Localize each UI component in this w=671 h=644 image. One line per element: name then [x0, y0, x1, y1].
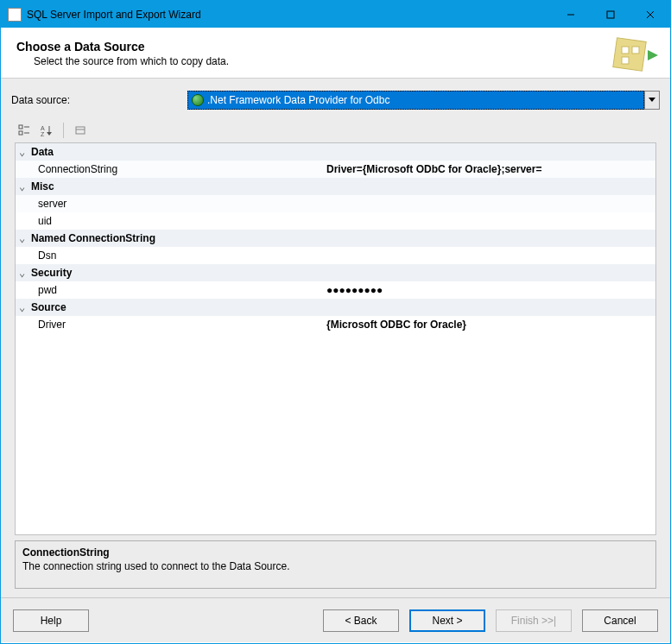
property-row[interactable]: server	[16, 195, 655, 212]
expander-icon[interactable]: ⌄	[19, 301, 31, 313]
titlebar: SQL Server Import and Export Wizard	[1, 1, 670, 28]
category-name: Security	[31, 267, 72, 279]
property-row[interactable]: Dsn	[16, 247, 655, 264]
minimize-button[interactable]	[551, 1, 591, 28]
svg-rect-11	[19, 131, 22, 135]
svg-marker-17	[47, 132, 52, 136]
property-value[interactable]: Driver={Microsoft ODbC for Oracle};serve…	[326, 163, 655, 175]
propertygrid-toolbar: AZ	[15, 122, 660, 139]
svg-rect-5	[622, 47, 629, 54]
category-row[interactable]: ⌄Named ConnectionString	[16, 230, 655, 247]
expander-icon[interactable]: ⌄	[19, 146, 31, 158]
svg-text:A: A	[41, 125, 45, 131]
svg-rect-1	[607, 11, 614, 18]
category-name: Misc	[31, 180, 54, 193]
category-row[interactable]: ⌄Source	[16, 299, 655, 316]
property-row[interactable]: ConnectionStringDriver={Microsoft ODbC f…	[16, 161, 655, 178]
property-grid[interactable]: ⌄DataConnectionStringDriver={Microsoft O…	[15, 142, 656, 535]
description-title: ConnectionString	[22, 546, 649, 559]
page-title: Choose a Data Source	[16, 40, 229, 54]
cancel-button[interactable]: Cancel	[582, 609, 658, 632]
property-row[interactable]: pwd●●●●●●●●●	[16, 281, 655, 299]
svg-rect-18	[76, 127, 85, 134]
property-name: server	[16, 198, 326, 210]
wizard-buttons: Help < Back Next > Finish >>| Cancel	[1, 597, 670, 642]
property-row[interactable]: Driver{Microsoft ODBC for Oracle}	[16, 316, 655, 333]
expander-icon[interactable]: ⌄	[19, 267, 31, 279]
maximize-button[interactable]	[591, 1, 630, 28]
svg-rect-10	[19, 125, 22, 129]
wizard-icon	[610, 35, 658, 76]
finish-button[interactable]: Finish >>|	[496, 609, 572, 632]
svg-rect-6	[632, 47, 639, 54]
category-name: Named ConnectionString	[31, 232, 155, 244]
property-pages-button[interactable]	[71, 122, 90, 139]
category-name: Source	[31, 301, 66, 313]
property-name: Driver	[16, 319, 326, 331]
datasource-selected: .Net Framework Data Provider for Odbc	[207, 94, 389, 106]
description-text: The connection string used to connect to…	[22, 560, 649, 572]
property-description: ConnectionString The connection string u…	[15, 540, 656, 589]
back-button[interactable]: < Back	[323, 609, 399, 632]
property-name: uid	[16, 215, 326, 227]
property-row[interactable]: uid	[16, 212, 655, 230]
expander-icon[interactable]: ⌄	[19, 232, 31, 244]
svg-text:Z: Z	[41, 131, 45, 136]
page-subtitle: Select the source from which to copy dat…	[34, 55, 229, 67]
next-button[interactable]: Next >	[409, 609, 485, 632]
main-panel: Data source: .Net Framework Data Provide…	[1, 79, 670, 597]
globe-icon	[192, 94, 204, 106]
datasource-combobox[interactable]: .Net Framework Data Provider for Odbc	[187, 91, 660, 110]
svg-marker-9	[649, 98, 655, 102]
property-name: Dsn	[16, 249, 326, 262]
property-value[interactable]: ●●●●●●●●●	[326, 284, 655, 296]
category-row[interactable]: ⌄Security	[16, 264, 655, 281]
property-value[interactable]: {Microsoft ODBC for Oracle}	[326, 319, 655, 331]
wizard-header: Choose a Data Source Select the source f…	[1, 28, 670, 79]
close-button[interactable]	[630, 1, 670, 28]
svg-rect-7	[622, 57, 629, 64]
app-icon	[8, 8, 22, 22]
property-name: pwd	[16, 284, 326, 296]
category-row[interactable]: ⌄Misc	[16, 178, 655, 195]
window-title: SQL Server Import and Export Wizard	[27, 9, 551, 21]
help-button[interactable]: Help	[13, 609, 89, 632]
category-name: Data	[31, 146, 54, 158]
categorized-button[interactable]	[15, 122, 34, 139]
combobox-dropdown-button[interactable]	[644, 91, 660, 110]
category-row[interactable]: ⌄Data	[16, 143, 655, 161]
svg-rect-4	[613, 38, 646, 71]
expander-icon[interactable]: ⌄	[19, 180, 31, 193]
alphabetical-button[interactable]: AZ	[37, 122, 56, 139]
toolbar-separator	[63, 123, 64, 138]
svg-marker-8	[648, 50, 658, 60]
datasource-label: Data source:	[11, 94, 187, 106]
property-name: ConnectionString	[16, 163, 326, 175]
